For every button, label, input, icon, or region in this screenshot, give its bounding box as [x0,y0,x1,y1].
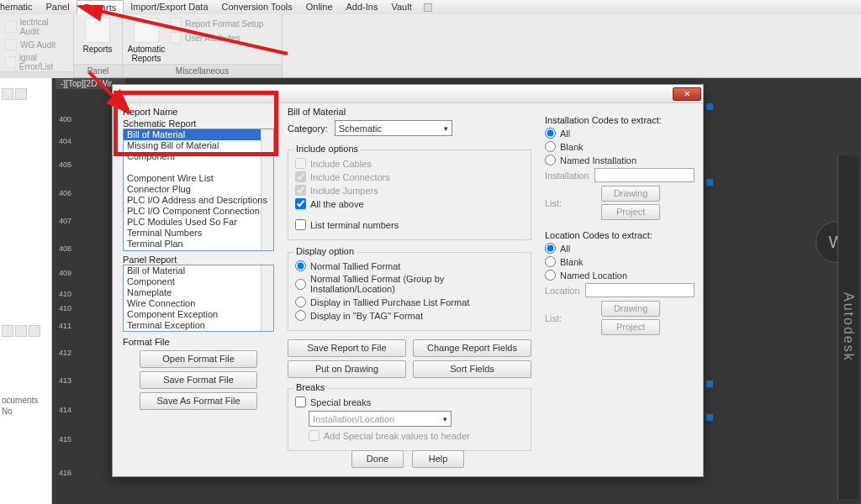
loc-radio[interactable]: All [545,243,695,254]
palette-tool-icon[interactable] [29,325,40,337]
breaks-label: Breaks [293,382,327,392]
menu-item[interactable]: Online [299,0,340,14]
close-button[interactable]: ✕ [673,87,701,101]
list-item[interactable]: Terminal Numbers [124,228,273,239]
display-option-label: Display option [293,246,357,256]
list-item[interactable]: Wire Connection [124,298,273,309]
list-item[interactable]: Connector Summary [124,249,273,251]
display-radio[interactable]: Display in "By TAG" Format [295,310,524,321]
chevron-down-icon: ▾ [443,415,447,423]
include-jumpers-checkbox[interactable]: Include Jumpers [295,185,524,196]
list-item[interactable]: Nameplate [124,287,273,298]
palette-tool-icon[interactable] [15,88,27,100]
add-break-values-checkbox[interactable]: Add Special break values to header [309,430,524,441]
palette-label: ocuments [2,396,50,405]
list-item[interactable]: Bill of Material [124,265,273,276]
ribbon-cmd[interactable]: WG Audit [5,39,68,50]
loc-drawing-button[interactable]: Drawing [601,301,660,317]
palette-tool-icon[interactable] [15,325,27,337]
all-above-checkbox[interactable]: All the above [295,198,524,209]
list-label: List: [545,198,562,208]
list-item[interactable]: Terminal Exception [124,320,273,331]
grip-icon[interactable] [706,103,713,110]
done-button[interactable]: Done [351,450,404,468]
list-item[interactable]: Component Wire List [124,173,273,184]
include-cables-checkbox[interactable]: Include Cables [295,158,524,169]
scrollbar[interactable] [261,265,273,331]
list-item[interactable]: Component [124,276,273,287]
inst-project-button[interactable]: Project [601,204,660,220]
list-item[interactable]: Component Exception [124,309,273,320]
list-item[interactable]: PLC Modules Used So Far [124,217,273,228]
chevron-down-icon: ▾ [444,124,448,133]
list-terminal-numbers-checkbox[interactable]: List terminal numbers [295,219,524,230]
save-format-file-button[interactable]: Save Format File [140,371,257,389]
left-palette: ocuments No [0,78,52,504]
list-label: List: [545,313,562,323]
ribbon-cmd[interactable]: lectrical Audit [5,18,68,36]
ribbon-group-audit: lectrical Audit WG Audit ignal Error/Lis… [0,14,74,77]
inst-radio[interactable]: Named Installation [545,155,695,165]
list-item[interactable]: PLC I/O Component Connection [124,206,273,217]
installation-codes-label: Installation Codes to extract: [545,115,695,125]
palette-tool-icon[interactable] [2,325,13,337]
help-button[interactable]: Help [412,450,464,468]
autodesk-watermark: Autodesk [837,155,858,499]
display-radio[interactable]: Normal Tallied Format [295,260,524,271]
sort-fields-button[interactable]: Sort Fields [413,360,531,378]
window-dropdown-icon[interactable] [424,3,432,12]
loc-radio[interactable]: Blank [545,256,695,267]
save-as-format-file-button[interactable]: Save As Format File [140,392,257,410]
grip-icon[interactable] [706,179,713,186]
list-item[interactable] [124,162,273,173]
ribbon-cmd[interactable]: ignal Error/List [5,53,68,71]
include-connectors-checkbox[interactable]: Include Connectors [295,171,524,182]
special-breaks-checkbox[interactable]: Special breaks [295,396,524,407]
palette-label: No [2,407,50,416]
grip-icon[interactable] [706,414,713,421]
location-input[interactable] [585,283,695,297]
panel-report-label: Panel Report [123,255,274,265]
format-file-label: Format File [123,337,274,347]
include-options-label: Include options [293,144,361,154]
menu-item[interactable]: Vault [384,0,418,14]
location-codes-label: Location Codes to extract: [545,230,695,240]
change-report-fields-button[interactable]: Change Report Fields [413,339,531,357]
category-select[interactable]: Schematic▾ [335,120,452,136]
annotation-arrow-icon [84,67,135,118]
loc-project-button[interactable]: Project [601,319,660,335]
list-item[interactable]: Terminal Plan [124,239,273,249]
panel-report-list[interactable]: Bill of Material Component Nameplate Wir… [123,265,274,332]
bom-title-label: Bill of Material [288,107,531,117]
display-radio[interactable]: Display in Tallied Purchase List Format [295,297,524,307]
display-radio[interactable]: Normal Tallied Format (Group by Installa… [295,274,524,294]
list-item[interactable]: PLC I/O Address and Descriptions [124,195,273,206]
palette-tool-icon[interactable] [2,88,13,100]
open-format-file-button[interactable]: Open Format File [140,350,257,368]
save-report-to-file-button[interactable]: Save Report to File [288,339,406,357]
inst-radio[interactable]: All [545,128,695,139]
inst-radio[interactable]: Blank [545,141,695,152]
put-on-drawing-button[interactable]: Put on Drawing [288,360,406,378]
svg-line-1 [89,72,118,101]
menu-item[interactable]: hematic [0,0,40,14]
grip-icon[interactable] [706,381,713,387]
inst-drawing-button[interactable]: Drawing [601,186,660,202]
svg-line-0 [96,10,288,54]
installation-field-label: Installation [545,171,589,181]
installation-input[interactable] [594,168,695,182]
vertical-ruler: 400 404 405 406 407 408 409 410 410 411 … [59,87,71,496]
list-item[interactable]: Connector Plug [124,184,273,195]
location-field-label: Location [545,286,580,296]
breaks-select[interactable]: Installation/Location▾ [309,411,452,427]
loc-radio[interactable]: Named Location [545,270,695,281]
menu-item[interactable]: Add-Ins [340,0,385,14]
annotation-box [114,91,278,156]
category-label: Category: [288,123,328,134]
